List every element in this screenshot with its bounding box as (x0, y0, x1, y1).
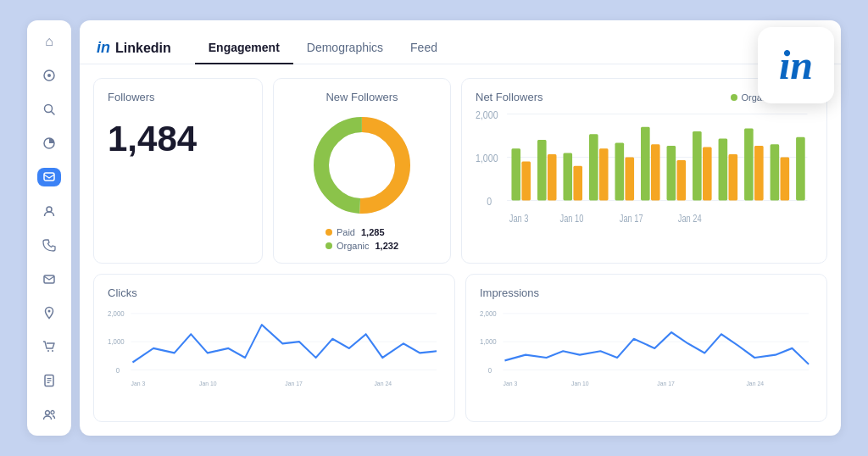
phone-icon[interactable] (37, 236, 61, 254)
bar-chart-svg: 2,000 1,000 0 (476, 107, 813, 251)
users-icon[interactable] (37, 405, 61, 424)
top-row: Followers 1,484 New Followers (93, 78, 827, 264)
paid-label: Paid (337, 227, 355, 237)
clicks-card: Clicks 2,000 1,000 0 Jan 3 (93, 274, 455, 422)
impressions-chart: 2,000 1,000 0 Jan 3 Jan 10 Jan 17 Jan 24 (480, 306, 813, 409)
tab-feed[interactable]: Feed (397, 32, 451, 64)
svg-rect-46 (771, 144, 780, 200)
svg-rect-26 (511, 148, 520, 200)
paid-legend-item: Paid 1,285 (326, 227, 398, 237)
svg-text:2,000: 2,000 (476, 108, 498, 121)
svg-point-7 (48, 310, 51, 313)
svg-text:Jan 3: Jan 3 (504, 380, 518, 388)
svg-text:Jan 10: Jan 10 (560, 213, 584, 224)
svg-point-14 (46, 411, 50, 415)
svg-text:2,000: 2,000 (480, 309, 497, 319)
bar-chart-container: 2,000 1,000 0 (476, 107, 813, 251)
pie-icon[interactable] (37, 134, 61, 153)
svg-point-8 (47, 350, 49, 352)
svg-text:1,000: 1,000 (476, 151, 498, 164)
svg-point-1 (47, 74, 51, 77)
svg-text:Jan 3: Jan 3 (131, 380, 146, 388)
new-followers-card: New Followers (273, 78, 451, 264)
svg-rect-29 (548, 154, 557, 200)
svg-rect-42 (719, 138, 728, 200)
home-icon[interactable]: ⌂ (37, 32, 61, 51)
svg-text:Jan 24: Jan 24 (746, 380, 764, 388)
svg-text:Jan 17: Jan 17 (620, 213, 643, 224)
organic-label: Organic (337, 241, 370, 251)
search-icon[interactable] (37, 100, 61, 119)
tabs: Engagement Demographics Feed (195, 32, 451, 64)
header: in Linkedin Engagement Demographics Feed (80, 20, 841, 64)
main-panel: in Linkedin Engagement Demographics Feed… (80, 20, 841, 436)
svg-line-3 (52, 112, 55, 115)
svg-text:Jan 3: Jan 3 (509, 213, 529, 224)
svg-rect-31 (573, 166, 582, 201)
organic-legend-dot (731, 94, 737, 101)
svg-point-9 (52, 350, 53, 352)
new-followers-title: New Followers (326, 91, 398, 103)
svg-text:0: 0 (487, 194, 492, 208)
svg-rect-41 (703, 147, 712, 201)
impressions-title: Impressions (480, 286, 813, 299)
svg-text:0: 0 (488, 365, 492, 375)
svg-text:Jan 10: Jan 10 (199, 380, 217, 388)
followers-title: Followers (108, 91, 248, 103)
svg-rect-36 (641, 127, 650, 201)
svg-rect-38 (667, 146, 676, 201)
message-icon[interactable] (37, 168, 61, 186)
followers-value: 1,484 (108, 119, 248, 159)
linkedin-logo-icon: in (97, 39, 110, 57)
clicks-title: Clicks (108, 286, 441, 299)
linkedin-badge-icon: in (779, 45, 813, 86)
app-name: Linkedin (115, 41, 171, 56)
net-followers-title: Net Followers (476, 91, 542, 103)
bottom-row: Clicks 2,000 1,000 0 Jan 3 (93, 274, 827, 422)
svg-text:Jan 24: Jan 24 (678, 213, 702, 224)
svg-rect-28 (537, 140, 547, 200)
svg-rect-33 (599, 148, 609, 200)
svg-rect-32 (589, 134, 598, 200)
organic-dot (326, 242, 332, 249)
logo-area: in Linkedin (97, 39, 171, 57)
content-area: Followers 1,484 New Followers (80, 64, 841, 436)
donut-chart (307, 110, 417, 220)
svg-rect-35 (625, 158, 634, 201)
svg-rect-40 (693, 131, 702, 201)
svg-rect-43 (729, 154, 738, 200)
document-icon[interactable] (37, 371, 61, 390)
tab-engagement[interactable]: Engagement (195, 32, 293, 64)
organic-legend-item: Organic 1,232 (326, 241, 398, 251)
svg-text:2,000: 2,000 (108, 309, 125, 319)
location-icon[interactable] (37, 303, 61, 322)
svg-text:1,000: 1,000 (108, 337, 125, 347)
svg-rect-39 (676, 160, 686, 201)
svg-text:Jan 17: Jan 17 (285, 380, 303, 388)
net-followers-card: Net Followers Organic Paid (461, 78, 827, 264)
svg-rect-37 (651, 144, 660, 200)
tab-demographics[interactable]: Demographics (293, 32, 397, 64)
svg-rect-48 (796, 137, 805, 201)
svg-rect-44 (744, 129, 754, 201)
paid-value: 1,285 (361, 227, 385, 237)
paid-dot (326, 229, 332, 236)
clicks-chart: 2,000 1,000 0 Jan 3 Jan 10 Jan 17 Jan 24 (108, 306, 441, 409)
mail-icon[interactable] (37, 270, 61, 288)
svg-rect-34 (615, 143, 625, 201)
svg-text:Jan 17: Jan 17 (657, 380, 675, 388)
svg-text:Jan 24: Jan 24 (374, 380, 392, 388)
sidebar: ⌂ (27, 20, 71, 436)
svg-text:Jan 10: Jan 10 (571, 380, 589, 388)
profile-icon[interactable] (37, 202, 61, 220)
svg-point-19 (333, 136, 391, 194)
svg-rect-4 (44, 173, 54, 181)
cart-icon[interactable] (37, 337, 61, 356)
svg-point-5 (47, 207, 52, 212)
svg-text:0: 0 (116, 365, 120, 375)
svg-rect-45 (754, 146, 764, 201)
svg-rect-27 (521, 162, 531, 201)
donut-legend: Paid 1,285 Organic 1,232 (326, 227, 398, 251)
chart-icon[interactable] (37, 66, 61, 85)
svg-point-15 (51, 411, 54, 414)
